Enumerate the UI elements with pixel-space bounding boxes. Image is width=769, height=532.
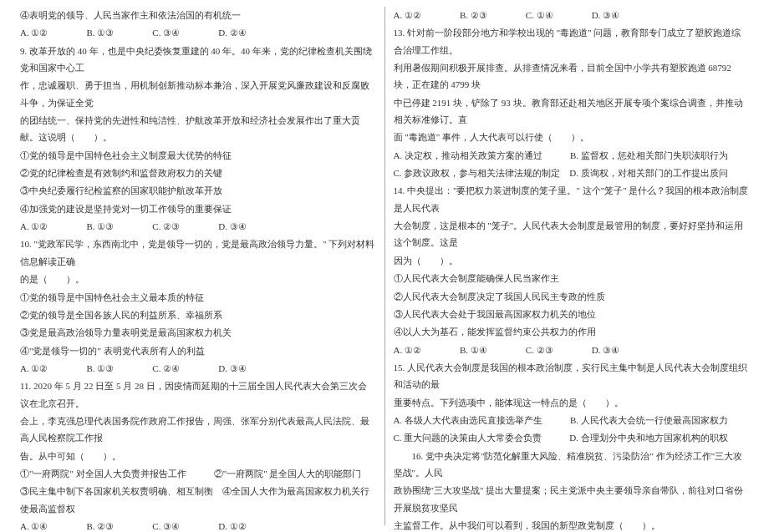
text-line: C. 重大问题的决策由人大常委会负责 D. 合理划分中央和地方国家机构的职权 <box>394 429 750 446</box>
text-line: 16. 党中央决定将"防范化解重大风险、精准脱贫、污染防治" 作为经济工作"三大… <box>394 448 750 482</box>
option-a: A. ①④ <box>20 518 48 532</box>
option-c: C. ①④ <box>526 7 553 23</box>
column-divider <box>384 7 385 525</box>
text-line: ③人民代表大会处于我国最高国家权力机关的地位 <box>394 306 750 322</box>
option-row: A. ①② B. ②③ C. ①④ D. ③④ <box>394 7 750 23</box>
text-line: ④加强党的建设是坚持党对一切工作领导的重要保证 <box>20 200 376 217</box>
option-a: A. ①② <box>20 218 48 235</box>
text-line: 的团结统一、保持党的先进性和纯洁性、护航改革开放和经济社会发展作出了重大贡献。这… <box>20 112 376 146</box>
text-line: 14. 中央提出："要把权力装进制度的笼子里。" 这个"笼子" 是什么？我国的根… <box>394 182 750 216</box>
text-line: ②党的领导是全国各族人民的利益所系、幸福所系 <box>20 307 376 323</box>
option-c: C. ③④ <box>152 518 180 532</box>
text-line: ③中央纪委履行纪检监察的国家职能护航改革开放 <box>20 182 376 199</box>
option-row: A. ①② B. ①④ C. ②③ D. ③④ <box>394 342 750 358</box>
text-line: ①人民代表大会制度能确保人民当家作主 <box>394 270 750 286</box>
text-line: 10. "党政军民学，东西南北中，党是领导一切的，党是最高政治领导力量。" 下列… <box>20 236 376 270</box>
text-line: 的是（ ）。 <box>20 271 376 287</box>
option-a: A. ①② <box>394 7 421 23</box>
option-c: C. ②③ <box>152 218 180 235</box>
text-line: 中已停建 2191 块，铲除了 93 块。教育部还赴相关地区开展专项个案综合调查… <box>394 94 750 129</box>
option-row: A. ①④ B. ②③ C. ③④ D. ①② <box>20 518 376 532</box>
text-line: 重要特点。下列选项中，能体现这一特点的是（ ）。 <box>394 394 750 411</box>
option-d: D. ③④ <box>592 7 619 23</box>
option-a: A. ①② <box>20 24 48 41</box>
text-line: 大会制度，这是根本的 "笼子"。人民代表大会制度是最管用的制度，要好好坚持和运用… <box>394 217 750 251</box>
option-d: D. ③④ <box>218 360 246 377</box>
option-b: B. ①③ <box>86 360 114 377</box>
option-a: A. ①② <box>394 342 421 358</box>
option-b: B. ②③ <box>86 518 114 532</box>
text-line: ②党的纪律检查是有效制约和监督政府权力的关键 <box>20 165 376 181</box>
text-line: ①党的领导是中国特色社会主义最本质的特征 <box>20 289 376 306</box>
text-line: 政协围绕"三大攻坚战" 提出大量提案；民主党派中央主要领导亲自带队，前往对口省份… <box>394 482 750 516</box>
text-line: 因为（ ）。 <box>394 252 750 269</box>
option-c: C. ③④ <box>152 24 180 41</box>
option-a: A. ①② <box>20 360 48 377</box>
text-line: ④表明党的领导、人民当家作主和依法治国的有机统一 <box>20 7 376 23</box>
text-line: 11. 2020 年 5 月 22 日至 5 月 28 日，因疫情而延期的十三届… <box>20 377 376 412</box>
text-line: ③党是最高政治领导力量表明党是最高国家权力机关 <box>20 324 376 341</box>
text-line: 告。从中可知（ ）。 <box>20 448 376 464</box>
text-line: 利用暑假期间积极开展排查。从排查情况来看，目前全国中小学共有塑胶跑道 68792… <box>394 59 750 94</box>
option-d: D. ③④ <box>592 342 619 358</box>
option-b: B. ②③ <box>460 7 487 23</box>
exam-page: ④表明党的领导、人民当家作主和依法治国的有机统一 A. ①② B. ①③ C. … <box>0 0 769 532</box>
text-line: 13. 针对前一阶段部分地方和学校出现的 "毒跑道" 问题，教育部专门成立了塑胶… <box>394 24 750 58</box>
text-line: 主监督工作。从中我们可以看到，我国的新型政党制度（ ）。 <box>394 517 750 532</box>
option-d: D. ③④ <box>218 218 246 235</box>
text-line: ①"一府两院" 对全国人大负责并报告工作 ②"一府两院" 是全国人大的职能部门 <box>20 465 376 482</box>
option-d: D. ②④ <box>218 24 246 41</box>
option-b: B. ①③ <box>86 218 114 235</box>
option-c: C. ②④ <box>152 360 180 377</box>
option-d: D. ①② <box>218 518 246 532</box>
right-column: A. ①② B. ②③ C. ①④ D. ③④ 13. 针对前一阶段部分地方和学… <box>389 7 755 525</box>
option-b: B. ①④ <box>460 342 487 358</box>
text-line: 面 "毒跑道" 事件，人大代表可以行使（ ）。 <box>394 129 750 145</box>
option-row: A. ①② B. ①③ C. ③④ D. ②④ <box>20 24 376 41</box>
option-c: C. ②③ <box>526 342 553 358</box>
text-line: 9. 改革开放的 40 年，也是中央纪委恢复重建的 40 年。40 年来，党的纪… <box>20 43 376 77</box>
text-line: ④"党是领导一切的" 表明党代表所有人的利益 <box>20 342 376 359</box>
text-line: 15. 人民代表大会制度是我国的根本政治制度，实行民主集中制是人民代表大会制度组… <box>394 359 750 393</box>
text-line: ③民主集中制下各国家机关权责明确、相互制衡 ④全国人大作为最高国家权力机关行使最… <box>20 483 376 517</box>
option-row: A. ①② B. ①③ C. ②③ D. ③④ <box>20 218 376 235</box>
left-column: ④表明党的领导、人民当家作主和依法治国的有机统一 A. ①② B. ①③ C. … <box>15 7 381 525</box>
text-line: ④以人大为基石，能发挥监督约束公共权力的作用 <box>394 323 750 340</box>
option-b: B. ①③ <box>86 24 114 41</box>
text-line: ②人民代表大会制度决定了我国人民民主专政的性质 <box>394 288 750 305</box>
text-line: 作，忠诚履职、勇于担当，用机制创新推动标本兼治，深入开展党风廉政建设和反腐败斗争… <box>20 77 376 111</box>
text-line: ①党的领导是中国特色社会主义制度最大优势的特征 <box>20 147 376 164</box>
text-line: A. 各级人大代表由选民直接选举产生 B. 人民代表大会统一行使最高国家权力 <box>394 412 750 428</box>
text-line: A. 决定权，推动相关政策方案的通过 B. 监督权，惩处相关部门失职渎职行为 <box>394 147 750 164</box>
option-row: A. ①② B. ①③ C. ②④ D. ③④ <box>20 360 376 377</box>
text-line: 会上，李克强总理代表国务院作政府工作报告，周强、张军分别代表最高人民法院、最高人… <box>20 413 376 447</box>
text-line: C. 参政议政权，参与相关法律法规的制定 D. 质询权，对相关部门的工作提出质问 <box>394 165 750 181</box>
